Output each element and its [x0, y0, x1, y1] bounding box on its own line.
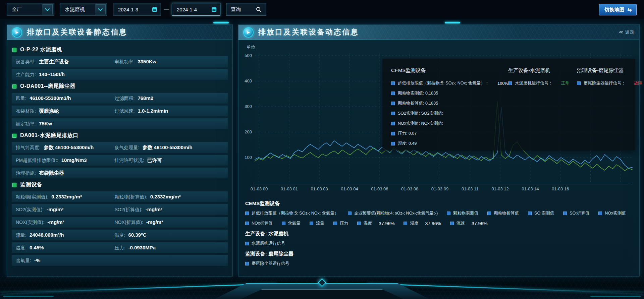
legend-item[interactable]: 流速37.96%: [450, 221, 487, 226]
legend-row: 超低排放限值（颗拉物:5: SOz-; NOx; 含氧量）企业预警值(颗粒物:4…: [245, 211, 634, 216]
legend-item[interactable]: 企业预警值(颗粒物:4; sOz-; NOx-;含氧气量:-): [348, 211, 438, 216]
info-cell: PM超低排排放限值::10mg/Nm3: [16, 157, 115, 164]
section-header: 监测设备: [12, 181, 227, 188]
legend-marker-icon: [245, 212, 249, 215]
x-tick-label: 01-03 08: [401, 186, 418, 191]
tooltip-item-text: 磨尾除尘器运行信号：: [584, 80, 626, 86]
legend-item-label: 湿度: [410, 221, 418, 226]
field-value: 已许可: [147, 157, 162, 164]
section-bullet-icon: [12, 48, 16, 52]
legend-marker-icon: [450, 222, 454, 225]
tooltip-item-text: NOx实测值: NOx实测值:: [398, 121, 443, 126]
field-value: 0.2332mg/m³: [51, 194, 82, 199]
legend-item[interactable]: 湿度37.96%: [404, 221, 441, 226]
tooltip-item: NOx实测值: NOx实测值:: [391, 121, 508, 126]
field-value: 参数 46100-55300m/h: [44, 144, 94, 151]
plant-select-value: 全厂: [7, 6, 42, 13]
chevron-down-icon: [42, 4, 53, 14]
device-select[interactable]: 水泥磨机: [60, 3, 107, 16]
legend-item-label: 水泥磨机运行信号: [252, 241, 285, 246]
double-chevron-left-icon: ≪: [619, 29, 623, 36]
legend-marker-icon: [391, 122, 395, 125]
info-row: 排气筒高度:参数 46100-55300m/h废气处理量:参数 46100-55…: [12, 142, 228, 153]
x-tick-label: 01-03 03: [311, 186, 328, 191]
x-tick-label: 01-03 16: [552, 186, 569, 191]
scrollbar-thumb[interactable]: [445, 22, 460, 23]
play-icon: ▶: [12, 27, 22, 38]
legend-item-label: SO:实测值: [534, 211, 554, 216]
legend-item[interactable]: SO:折算值: [563, 211, 589, 216]
field-label: 生产能力:: [16, 72, 36, 78]
legend-marker-icon: [528, 212, 532, 215]
tooltip-item: 水泥磨机运行信号：正常: [508, 80, 577, 86]
legend-item-label: SO:折算值: [570, 211, 589, 216]
field-value: 1.0-1.2m/min: [138, 108, 168, 114]
plant-select[interactable]: 全厂: [7, 3, 54, 16]
footer-emblem: [215, 280, 429, 299]
field-value: 覆膜涤纶: [39, 108, 59, 114]
chevron-down-icon: [95, 4, 106, 14]
legend-row: NOx折算值含氧量流量压力温度37.96%湿度37.96%流速37.96%: [245, 221, 634, 226]
field-value: 10mg/Nm3: [61, 157, 87, 163]
legend-item[interactable]: 温度37.96%: [357, 221, 394, 226]
query-button[interactable]: 查询: [226, 3, 266, 16]
back-link[interactable]: ≪ 返回: [619, 29, 634, 36]
info-cell: 颗粒物(折算值):0.2332mg/m³: [115, 194, 181, 200]
x-tick-label: 01-03 06: [371, 186, 388, 191]
legend-item[interactable]: NOx实测值: [598, 211, 626, 216]
legend-item[interactable]: 流量: [310, 221, 324, 226]
legend-item[interactable]: 颗粒物实测值: [447, 211, 478, 216]
section-header: O-DA001--磨尾除尘器: [12, 83, 227, 90]
info-row: 风量:46100-55300m3/h过滤面积:768m2: [12, 93, 228, 104]
start-date-input[interactable]: 2024-1-3: [113, 3, 161, 16]
info-cell: 废气处理量:参数 46100-55300m/h: [115, 144, 193, 151]
legend-item-value: 37.96%: [472, 221, 487, 226]
section-bullet-icon: [12, 84, 16, 88]
legend-marker-icon: [391, 102, 395, 105]
field-label: 过滤面积:: [115, 96, 135, 102]
tooltip-item: 颗粒物折算值: 0.1835: [391, 101, 508, 106]
field-label: 风量:: [16, 96, 26, 102]
x-tick-label: 01-03 04: [341, 186, 358, 191]
legend-marker-icon: [563, 212, 567, 215]
tooltip-item: 湿度: 0.49: [391, 141, 508, 146]
search-icon: [256, 7, 262, 12]
date-range-separator: —: [164, 6, 169, 12]
field-label: 额定功率:: [16, 121, 36, 127]
legend-item[interactable]: NOx折算值: [245, 221, 273, 226]
legend-group-title: 监测设备: 磨尾除尘器: [245, 251, 634, 257]
dynamic-chart[interactable]: CEMS监测设备超低排放限值（颗拉物:5: SOz-; NOx; 含氧量）：10…: [255, 53, 633, 183]
field-label: 压力:: [115, 245, 125, 251]
dynamic-panel-title: 排放口及关联设备动态信息: [258, 27, 359, 37]
tooltip-item-text: 水泥磨机运行信号：: [515, 80, 553, 86]
calendar-icon: [211, 6, 217, 13]
switch-map-button[interactable]: 切换地图 ⇆: [599, 4, 637, 15]
legend-item[interactable]: 水泥磨机运行信号: [245, 241, 285, 246]
legend-item-label: 颗粒物实测值: [453, 211, 478, 216]
field-label: NOX(折算值):: [115, 220, 144, 226]
field-value: -0.0930MPa: [128, 245, 156, 250]
field-label: 排污许可状况:: [115, 158, 144, 164]
legend-item[interactable]: 颗粒物折算值: [487, 211, 519, 216]
legend-item[interactable]: 磨尾除尘器运行信号: [245, 261, 289, 266]
field-label: 含氧量:: [16, 258, 31, 264]
legend-item-label: 磨尾除尘器运行信号: [252, 261, 289, 266]
legend-marker-icon: [333, 222, 337, 225]
legend-item[interactable]: 压力: [333, 221, 348, 226]
end-date-input[interactable]: 2024-1-4: [172, 3, 220, 16]
legend-marker-icon: [508, 81, 512, 85]
legend-item[interactable]: SO:实测值: [528, 211, 554, 216]
legend-item-label: 流量: [316, 221, 324, 226]
legend-item[interactable]: 含氧量: [282, 221, 301, 226]
tooltip-item-text: 颗粒物折算值: 0.1835: [398, 101, 438, 106]
dynamic-info-panel: ▶ 排放口及关联设备动态信息 ≪ 返回 单位 100200300400500 C…: [238, 24, 640, 277]
field-label: 废气处理量:: [115, 145, 140, 151]
scrollbar-thumb[interactable]: [213, 22, 229, 23]
section-bullet-icon: [12, 134, 16, 138]
legend-row: 磨尾除尘器运行信号: [245, 261, 634, 266]
section-header: O-P-22 水泥磨机: [12, 46, 227, 53]
field-value: 60.39°C: [128, 232, 146, 238]
info-row: 含氧量:-%: [12, 255, 228, 266]
legend-item[interactable]: 超低排放限值（颗拉物:5: SOz-; NOx; 含氧量）: [245, 211, 339, 216]
legend-marker-icon: [391, 142, 395, 145]
